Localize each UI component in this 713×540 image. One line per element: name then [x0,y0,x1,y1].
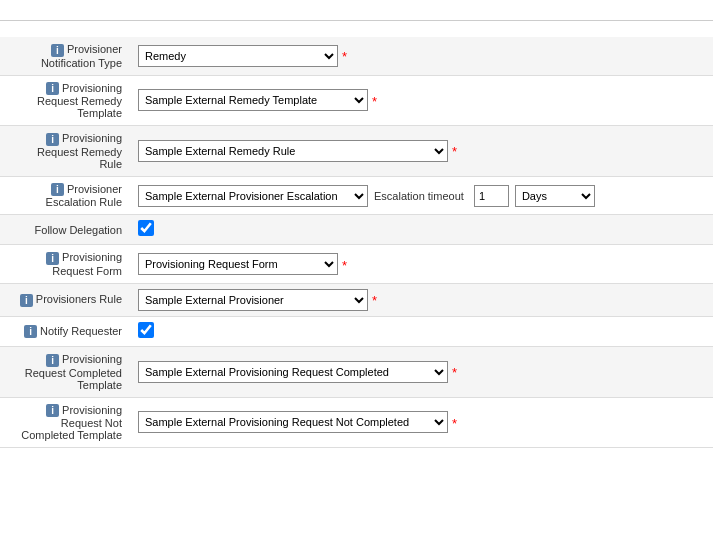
label-cell: iProvisioningRequest Form [0,245,130,284]
table-row: iProvisioners RuleSample External Provis… [0,283,713,316]
info-icon[interactable]: i [46,404,59,417]
value-cell: Sample External Remedy Rule* [130,126,713,177]
checkbox-4[interactable] [138,220,154,236]
label-cell: iProvisioningRequest RemedyTemplate [0,75,130,126]
info-icon[interactable]: i [20,294,33,307]
value-cell [130,215,713,245]
select-8[interactable]: Sample External Provisioning Request Com… [138,361,448,383]
value-cell: Sample External Provisioner* [130,283,713,316]
page-container: iProvisionerNotification TypeRemedyEmail… [0,0,713,540]
table-row: iProvisioningRequest RemedyRuleSample Ex… [0,126,713,177]
table-row: Follow Delegation [0,215,713,245]
required-indicator: * [452,365,457,380]
label-cell: iProvisioningRequest RemedyRule [0,126,130,177]
info-icon[interactable]: i [51,183,64,196]
value-cell: Sample External Provisioner EscalationEs… [130,176,713,215]
select-2[interactable]: Sample External Remedy Rule [138,140,448,162]
select-0[interactable]: RemedyEmail [138,45,338,67]
value-cell: Sample External Remedy Template* [130,75,713,126]
value-cell: RemedyEmail* [130,37,713,75]
escalation-timeout-label: Escalation timeout [374,190,464,202]
label-cell: iNotify Requester [0,316,130,346]
label-cell: iProvisionerEscalation Rule [0,176,130,215]
required-indicator: * [372,293,377,308]
required-indicator: * [452,416,457,431]
required-indicator: * [342,49,347,64]
table-row: iNotify Requester [0,316,713,346]
checkbox-7[interactable] [138,322,154,338]
required-indicator: * [452,144,457,159]
table-row: iProvisioningRequest CompletedTemplateSa… [0,346,713,397]
select-9[interactable]: Sample External Provisioning Request Not… [138,411,448,433]
page-header [0,0,713,21]
label-cell: iProvisioners Rule [0,283,130,316]
table-row: iProvisioningRequest RemedyTemplateSampl… [0,75,713,126]
select-1[interactable]: Sample External Remedy Template [138,89,368,111]
label-cell: iProvisioningRequest NotCompleted Templa… [0,397,130,448]
select-5[interactable]: Provisioning Request Form [138,253,338,275]
table-row: iProvisionerNotification TypeRemedyEmail… [0,37,713,75]
select-6[interactable]: Sample External Provisioner [138,289,368,311]
required-indicator: * [342,258,347,273]
info-icon[interactable]: i [46,133,59,146]
escalation-timeout-input[interactable] [474,185,509,207]
info-icon[interactable]: i [24,325,37,338]
info-icon[interactable]: i [46,252,59,265]
label-cell: iProvisioningRequest CompletedTemplate [0,346,130,397]
required-indicator: * [372,94,377,109]
label-cell: iProvisionerNotification Type [0,37,130,75]
value-cell: Sample External Provisioning Request Not… [130,397,713,448]
info-icon[interactable]: i [46,82,59,95]
info-icon[interactable]: i [46,354,59,367]
escalation-unit-select[interactable]: DaysHoursMinutes [515,185,595,207]
label-cell: Follow Delegation [0,215,130,245]
escalation-rule-select[interactable]: Sample External Provisioner Escalation [138,185,368,207]
value-cell: Provisioning Request Form* [130,245,713,284]
form-table: iProvisionerNotification TypeRemedyEmail… [0,37,713,448]
info-icon[interactable]: i [51,44,64,57]
escalation-wrapper: Sample External Provisioner EscalationEs… [138,185,705,207]
table-row: iProvisionerEscalation RuleSample Extern… [0,176,713,215]
value-cell [130,316,713,346]
table-row: iProvisioningRequest FormProvisioning Re… [0,245,713,284]
page-description [0,21,713,37]
table-row: iProvisioningRequest NotCompleted Templa… [0,397,713,448]
value-cell: Sample External Provisioning Request Com… [130,346,713,397]
